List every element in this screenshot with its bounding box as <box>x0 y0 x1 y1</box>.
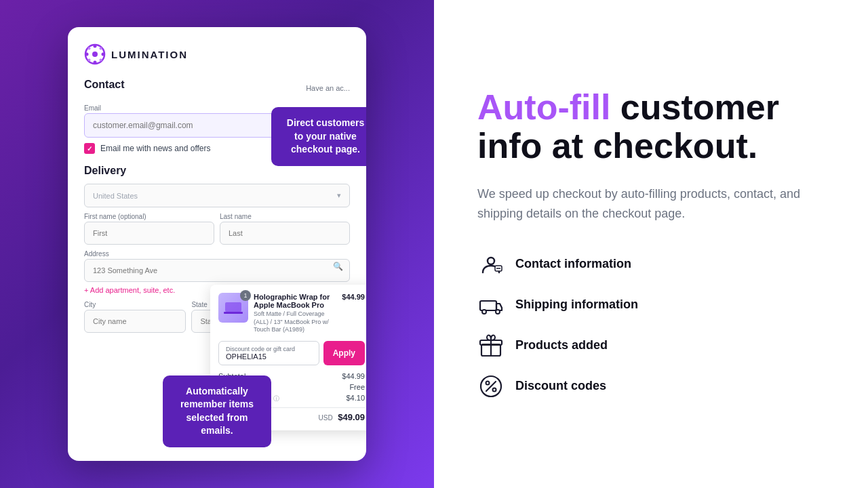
total-currency: USD <box>318 414 332 422</box>
headline-purple: Auto-fill <box>477 87 610 127</box>
macbook-icon <box>224 301 243 314</box>
total-amount: USD $49.09 <box>318 412 365 422</box>
svg-point-7 <box>100 47 102 50</box>
svg-point-17 <box>496 310 500 314</box>
discount-icon <box>477 373 505 400</box>
native-checkout-tooltip-text: Direct customers to your native checkout… <box>287 117 364 155</box>
feature-contact: Contact information <box>477 251 825 278</box>
native-checkout-tooltip: Direct customers to your native checkout… <box>271 107 366 166</box>
product-name: Holographic Wrap for Apple MacBook Pro <box>254 293 336 309</box>
address-input[interactable] <box>84 259 350 282</box>
shipping-icon <box>477 291 505 319</box>
svg-point-2 <box>94 45 97 48</box>
email-items-tooltip-text: Automatically remember items selected fr… <box>180 386 254 436</box>
discount-row: Discount code or gift card OPHELIA15 App… <box>218 341 365 365</box>
svg-point-23 <box>486 381 490 384</box>
last-name-field: Last name <box>220 213 350 245</box>
svg-point-16 <box>482 310 486 314</box>
address-field: Address 🔍 <box>84 250 350 282</box>
feature-products-label: Products added <box>515 338 608 352</box>
first-name-field: First name (optional) <box>84 213 214 245</box>
logo-area: LUMINATION <box>84 43 350 65</box>
country-select[interactable]: United States ▾ <box>84 184 350 207</box>
svg-rect-11 <box>224 312 243 314</box>
have-account-text: Have an ac... <box>306 84 350 92</box>
name-fields-row: First name (optional) Last name <box>84 213 350 245</box>
apply-discount-button[interactable]: Apply <box>323 341 365 365</box>
discount-label: Discount code or gift card <box>226 346 312 352</box>
feature-contact-label: Contact information <box>515 257 631 271</box>
product-image: 1 <box>218 293 248 323</box>
contact-svg-icon <box>479 252 503 277</box>
discount-input-wrap: Discount code or gift card OPHELIA15 <box>218 341 319 365</box>
product-price: $44.99 <box>342 293 365 301</box>
last-name-input[interactable] <box>220 222 350 245</box>
svg-point-9 <box>100 59 102 62</box>
svg-rect-15 <box>480 301 496 310</box>
product-row: 1 Holographic Wrap for Apple MacBook Pro… <box>218 293 365 334</box>
product-desc: Soft Matte / Full Coverage (ALL) / 13" M… <box>254 310 336 334</box>
gift-svg-icon <box>479 333 503 358</box>
city-field: City <box>84 301 186 333</box>
checkout-card: LUMINATION Contact Have an ac... Email E… <box>68 27 366 461</box>
svg-line-22 <box>486 382 496 391</box>
subtitle-text: We speed up checkout by auto-filling pro… <box>477 184 816 224</box>
city-input[interactable] <box>84 310 186 333</box>
total-value: $49.09 <box>338 412 365 422</box>
city-label: City <box>84 301 186 308</box>
product-badge: 1 <box>240 290 251 301</box>
right-panel: Auto-fill customer info at checkout. We … <box>434 0 868 488</box>
svg-point-24 <box>493 388 496 391</box>
headline: Auto-fill customer info at checkout. <box>477 88 825 165</box>
country-value: United States <box>93 192 138 200</box>
svg-point-5 <box>102 53 105 56</box>
discount-svg-icon <box>479 374 503 399</box>
svg-point-8 <box>88 59 91 62</box>
logo-text: LUMINATION <box>111 49 188 60</box>
svg-point-4 <box>85 53 89 56</box>
feature-shipping: Shipping information <box>477 291 825 319</box>
address-search-icon: 🔍 <box>333 262 343 271</box>
feature-discount-label: Discount codes <box>515 379 606 393</box>
gift-icon <box>477 332 505 359</box>
last-name-label: Last name <box>220 213 350 220</box>
newsletter-label: Email me with news and offers <box>100 144 211 153</box>
contact-header: Contact Have an ac... <box>84 79 350 98</box>
features-list: Contact information Shipping information <box>477 251 825 400</box>
delivery-title: Delivery <box>84 165 350 177</box>
email-items-tooltip: Automatically remember items selected fr… <box>163 375 271 447</box>
shipping-value: Free <box>349 383 365 391</box>
svg-point-1 <box>92 52 98 57</box>
first-name-input[interactable] <box>84 222 214 245</box>
feature-products: Products added <box>477 332 825 359</box>
discount-value: OPHELIA15 <box>226 352 312 361</box>
taxes-info-icon: ⓘ <box>273 395 279 402</box>
first-name-label: First name (optional) <box>84 213 214 220</box>
contact-title: Contact <box>84 79 125 91</box>
address-label: Address <box>84 250 350 258</box>
svg-point-3 <box>94 61 97 64</box>
taxes-value: $4.10 <box>346 394 365 403</box>
svg-point-12 <box>488 258 494 264</box>
lumination-logo-icon <box>84 43 106 65</box>
feature-discount: Discount codes <box>477 373 825 400</box>
subtotal-value: $44.99 <box>342 372 365 380</box>
svg-rect-10 <box>225 302 241 312</box>
left-panel: LUMINATION Contact Have an ac... Email E… <box>0 0 434 488</box>
svg-point-6 <box>88 47 91 50</box>
product-info: Holographic Wrap for Apple MacBook Pro S… <box>254 293 336 334</box>
shipping-svg-icon <box>479 293 503 317</box>
contact-icon <box>477 251 505 278</box>
newsletter-checkbox[interactable] <box>84 143 95 154</box>
feature-shipping-label: Shipping information <box>515 298 638 312</box>
country-arrow-icon: ▾ <box>337 191 341 200</box>
